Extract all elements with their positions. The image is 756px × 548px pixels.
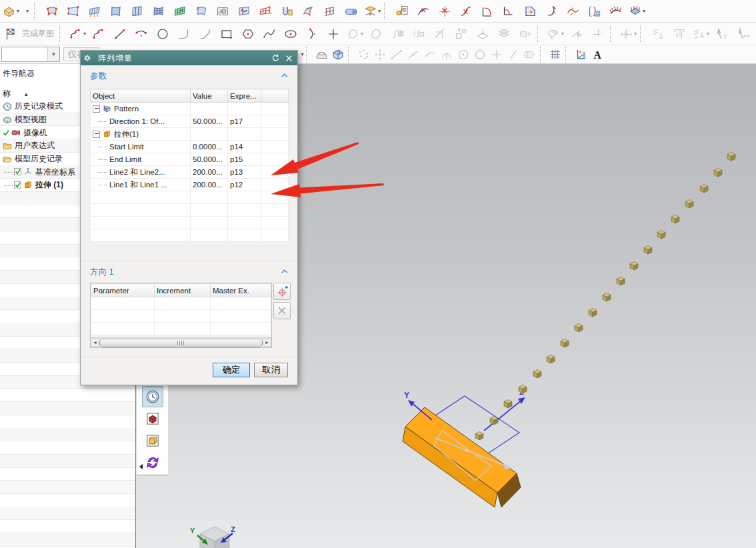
params-row[interactable]: Line1 和 Line1 ...200.00...p12 xyxy=(91,179,289,191)
tree-collapse-box[interactable] xyxy=(93,131,100,138)
direction-empty-row[interactable] xyxy=(91,323,271,335)
studio-surface-icon[interactable] xyxy=(43,2,61,21)
extrude-feature-icon[interactable]: ▾ xyxy=(1,2,20,21)
params-row[interactable]: 拉伸(1) xyxy=(91,128,289,141)
four-point-surface-icon[interactable] xyxy=(64,2,83,21)
history-mode-icon[interactable] xyxy=(142,386,163,407)
pattern-instance-cubes[interactable] xyxy=(475,153,735,441)
curvature-comb-icon[interactable] xyxy=(606,2,625,21)
i-form-icon[interactable] xyxy=(277,2,296,21)
edge-surface-icon[interactable] xyxy=(299,2,317,21)
conic-arc-icon[interactable] xyxy=(303,25,321,43)
params-expression-cell[interactable]: p13 xyxy=(228,166,261,179)
model-in-box-icon[interactable] xyxy=(142,408,163,429)
sketch-name-combo[interactable]: ▼ xyxy=(1,47,60,62)
circle-icon[interactable] xyxy=(153,25,172,43)
params-value-cell[interactable]: 50.000... xyxy=(191,115,228,128)
fit-surface-icon[interactable] xyxy=(171,2,189,21)
trimmed-sheet-icon[interactable] xyxy=(235,2,253,21)
fillet-curve-icon[interactable] xyxy=(478,2,497,21)
params-row[interactable]: End Limit50.000...p15 xyxy=(91,153,289,166)
params-expression-cell[interactable] xyxy=(228,128,261,141)
wcs-display-icon[interactable]: zyx xyxy=(573,47,589,63)
ok-button[interactable]: 确定 xyxy=(213,363,250,377)
direction-collapse-chevron-icon[interactable] xyxy=(280,266,291,277)
scroll-right-arrow[interactable]: ► xyxy=(263,338,271,347)
sketch-origin-point[interactable] xyxy=(465,449,468,452)
params-collapse-chevron-icon[interactable] xyxy=(280,70,291,81)
collapse-panel-arrow-icon[interactable] xyxy=(139,464,143,469)
remove-direction-button[interactable] xyxy=(273,302,291,319)
params-expression-cell[interactable] xyxy=(228,103,261,115)
through-points-surface-icon[interactable] xyxy=(85,2,104,21)
params-value-cell[interactable] xyxy=(191,103,228,115)
profile-alt-icon[interactable] xyxy=(89,25,108,43)
direction-table-scrollbar[interactable]: ◄ ► xyxy=(91,337,271,347)
params-value-cell[interactable]: 50.000... xyxy=(191,153,228,166)
params-row[interactable]: Line2 和 Line2...200.00...p13 xyxy=(91,166,289,179)
direction-empty-row[interactable] xyxy=(91,297,271,310)
feature-gallery-dropdown-icon[interactable]: ▾ xyxy=(23,2,31,21)
params-expression-cell[interactable]: p12 xyxy=(228,179,261,191)
polygon-icon[interactable] xyxy=(239,25,257,43)
flattening-forming-icon[interactable]: ▾ xyxy=(363,2,381,21)
ellipse-icon[interactable] xyxy=(281,25,300,43)
dialog-reset-icon[interactable] xyxy=(269,51,282,65)
studio-spline-icon[interactable] xyxy=(260,25,279,43)
direction-empty-row[interactable] xyxy=(91,310,271,323)
offset-surface-icon[interactable] xyxy=(192,2,211,21)
profile-icon[interactable]: ▾ xyxy=(68,25,87,43)
params-expression-cell[interactable]: p15 xyxy=(228,153,261,166)
scrollbar-thumb[interactable] xyxy=(99,339,263,347)
point-icon[interactable] xyxy=(324,25,343,43)
bridge-curve-icon[interactable] xyxy=(542,2,561,21)
chamfer-curve-icon[interactable] xyxy=(499,2,518,21)
dialog-close-icon[interactable] xyxy=(282,51,295,65)
divide-curve-icon[interactable] xyxy=(435,2,454,21)
bounded-plane-icon[interactable] xyxy=(213,2,232,21)
scroll-left-arrow[interactable]: ◄ xyxy=(91,338,99,347)
combo-dropdown-icon[interactable]: ▼ xyxy=(47,47,59,61)
extrude-block[interactable] xyxy=(403,407,521,507)
params-row[interactable]: Start Limit0.0000...p14 xyxy=(91,141,289,153)
params-column-header[interactable] xyxy=(261,89,289,103)
arc-icon[interactable] xyxy=(132,25,151,43)
dialog-title-bar[interactable]: 阵列增量 xyxy=(81,51,297,65)
smooth-spline-icon[interactable] xyxy=(563,2,582,21)
params-column-header[interactable]: Expre... xyxy=(228,89,261,103)
finish-sketch-icon[interactable] xyxy=(1,25,20,43)
section-curve-icon[interactable] xyxy=(521,2,539,21)
direction-column-header[interactable]: Parameter xyxy=(91,284,155,297)
wave-geometry-linker-icon[interactable] xyxy=(393,2,411,21)
params-expression-cell[interactable]: p17 xyxy=(228,115,261,128)
cancel-button[interactable]: 取消 xyxy=(254,363,288,377)
direction-column-header[interactable]: Master Ex. xyxy=(211,284,271,297)
curve-function-icon[interactable] xyxy=(585,2,603,21)
surface-curvature-analysis-icon[interactable]: ▾ xyxy=(627,2,646,21)
ruled-surface-icon[interactable] xyxy=(128,2,147,21)
general-object-icon[interactable] xyxy=(313,47,329,63)
annotation-text-icon[interactable]: A xyxy=(589,47,605,63)
add-direction-button[interactable] xyxy=(273,283,291,300)
sheet-in-box-icon[interactable] xyxy=(142,430,163,451)
direction-column-header[interactable]: Increment xyxy=(155,284,211,297)
smooth-curve-icon[interactable] xyxy=(457,2,475,21)
params-value-cell[interactable]: 0.0000... xyxy=(191,141,228,153)
params-column-header[interactable]: Value xyxy=(191,89,228,103)
params-value-cell[interactable]: 200.00... xyxy=(191,179,228,191)
params-value-cell[interactable] xyxy=(191,128,228,141)
params-value-cell[interactable]: 200.00... xyxy=(191,166,228,179)
params-column-header[interactable]: Object xyxy=(91,89,191,103)
dialog-gear-icon[interactable] xyxy=(81,51,94,65)
through-curve-mesh-icon[interactable] xyxy=(149,2,168,21)
x-form-icon[interactable] xyxy=(256,2,275,21)
law-extension-icon[interactable] xyxy=(320,2,339,21)
rectangle-icon[interactable] xyxy=(217,25,236,43)
z-axis-arrow[interactable] xyxy=(484,400,522,431)
clip-section-icon[interactable] xyxy=(330,47,346,63)
tube-icon[interactable] xyxy=(341,2,360,21)
grid-icon[interactable] xyxy=(547,47,563,63)
params-row[interactable]: Pattern xyxy=(91,103,289,115)
params-row[interactable]: Direction 1: Of...50.000...p17 xyxy=(91,115,289,128)
swept-surface-icon[interactable] xyxy=(107,2,125,21)
